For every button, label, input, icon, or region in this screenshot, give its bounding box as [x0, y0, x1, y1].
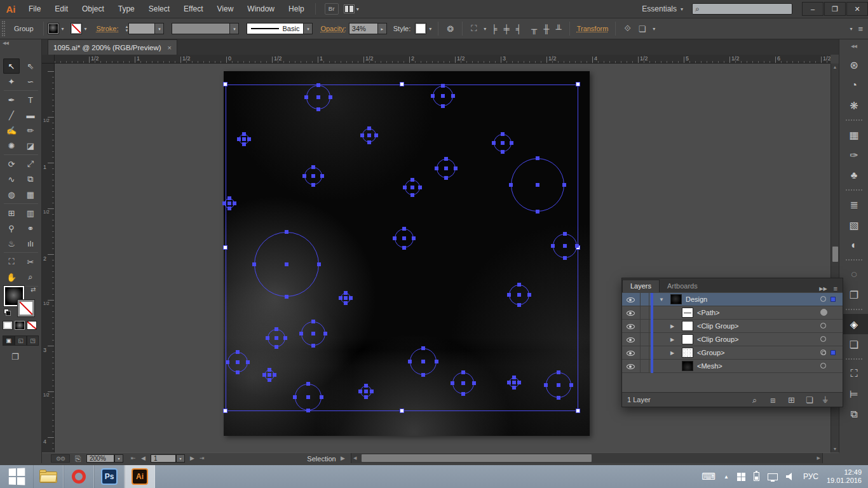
anchor-handle[interactable] — [320, 174, 324, 178]
anchor-handle[interactable] — [544, 383, 548, 387]
layer-thumbnail[interactable] — [682, 334, 693, 344]
anchor-handle[interactable] — [418, 186, 422, 189]
chevron-down-icon[interactable]: ▾ — [60, 25, 66, 33]
anchor-handle[interactable] — [242, 142, 246, 146]
visibility-eye-icon[interactable] — [627, 297, 635, 302]
anchor-handle[interactable] — [563, 244, 567, 248]
anchor-handle[interactable] — [233, 201, 236, 205]
visibility-eye-icon[interactable] — [627, 337, 635, 342]
perspective-grid-tool[interactable]: ▦ — [22, 187, 39, 202]
scroll-up-icon[interactable]: ▲ — [831, 65, 839, 69]
anchor-handle[interactable] — [575, 244, 579, 248]
anchor-handle[interactable] — [316, 107, 320, 111]
isolate-selected-object-button[interactable]: ⟐ — [624, 24, 630, 34]
rotate-tool[interactable]: ⟳ — [3, 156, 20, 172]
first-artboard-button[interactable]: ⇤ — [131, 455, 136, 461]
tab-artboards[interactable]: Artboards — [660, 280, 705, 292]
status-settings-icon[interactable]: ⚙⚙ — [51, 454, 70, 463]
anchor-handle[interactable] — [317, 262, 321, 266]
none-button[interactable] — [27, 321, 37, 330]
anchor-handle[interactable] — [557, 396, 560, 400]
anchor-handle[interactable] — [517, 381, 521, 384]
anchor-handle[interactable] — [227, 207, 231, 210]
width-profile-dropdown[interactable]: ▾ — [230, 23, 239, 34]
circle-object[interactable] — [341, 293, 351, 303]
circle-object[interactable] — [362, 128, 376, 142]
export-share-icon[interactable]: ⎘ — [75, 454, 81, 463]
rectangle-tool[interactable]: ▬ — [22, 107, 39, 123]
circle-object[interactable] — [301, 322, 325, 346]
anchor-handle[interactable] — [311, 344, 315, 348]
anchor-handle[interactable] — [339, 296, 342, 300]
make-clipping-mask-button[interactable]: ⧈ — [770, 395, 775, 405]
eraser-tool[interactable]: ◪ — [22, 138, 39, 153]
hand-tool[interactable]: ✋ — [3, 269, 20, 285]
target-circle-icon[interactable] — [820, 336, 826, 342]
taskbar-opera[interactable] — [64, 465, 94, 488]
action-center-icon[interactable] — [737, 473, 745, 481]
frame-handle[interactable] — [576, 82, 580, 86]
anchor-handle[interactable] — [311, 174, 315, 178]
frame-handle[interactable] — [400, 409, 404, 413]
delete-layer-button[interactable]: ⏚ — [822, 395, 828, 405]
panel-menu-icon[interactable]: ≡ — [834, 285, 837, 292]
screen-mode-button[interactable]: ❐ — [11, 352, 19, 362]
layer-thumbnail[interactable] — [682, 361, 693, 371]
circle-object[interactable] — [546, 372, 571, 398]
anchor-handle[interactable] — [509, 183, 513, 187]
anchor-handle[interactable] — [461, 370, 465, 374]
anchor-handle[interactable] — [441, 94, 445, 98]
anchor-handle[interactable] — [410, 186, 414, 189]
anchor-handle[interactable] — [266, 336, 269, 340]
anchor-handle[interactable] — [410, 193, 414, 197]
horizontal-scrollbar[interactable]: ◀ ▶ — [351, 453, 831, 463]
anchor-handle[interactable] — [412, 236, 416, 240]
anchor-handle[interactable] — [507, 293, 511, 297]
anchor-handle[interactable] — [306, 382, 310, 386]
anchor-handle[interactable] — [285, 230, 288, 234]
disclosure-triangle-icon[interactable]: ▶ — [670, 323, 674, 329]
gradient-button[interactable] — [15, 321, 25, 330]
anchor-handle[interactable] — [236, 360, 240, 364]
circle-object[interactable] — [405, 180, 420, 195]
circle-object[interactable] — [395, 229, 414, 248]
anchor-handle[interactable] — [472, 381, 476, 385]
anchor-handle[interactable] — [247, 137, 251, 141]
visibility-eye-icon[interactable] — [627, 311, 635, 316]
target-circle-icon[interactable] — [820, 296, 826, 302]
blend-tool[interactable]: ⚭ — [22, 220, 39, 236]
collapse-panel-icon[interactable]: ▶▶ — [819, 286, 827, 292]
hidden-icons-chevron[interactable]: ▲ — [724, 474, 729, 480]
blob-brush-tool[interactable]: ✺ — [3, 138, 20, 153]
draw-behind-button[interactable]: ◱ — [15, 336, 27, 346]
anchor-handle[interactable] — [441, 104, 445, 108]
menu-type[interactable]: Type — [111, 0, 142, 18]
selection-tool[interactable]: ↖ — [3, 58, 20, 74]
layers-panel-icon[interactable]: ◈ — [839, 314, 868, 334]
stroke-weight-field[interactable] — [128, 23, 155, 34]
anchor-handle[interactable] — [421, 346, 425, 350]
anchor-handle[interactable] — [435, 360, 438, 363]
menu-help[interactable]: Help — [281, 0, 311, 18]
artboard-tool[interactable]: ⛶ — [3, 254, 20, 269]
menu-select[interactable]: Select — [142, 0, 177, 18]
anchor-handle[interactable] — [569, 383, 573, 387]
selection-color-chip[interactable] — [831, 350, 836, 355]
layer-row[interactable]: ▼Design — [622, 293, 843, 306]
align-horizontal-right-button[interactable]: ╡ — [516, 24, 522, 34]
ruler-origin-corner[interactable] — [42, 55, 55, 64]
scroll-left-icon[interactable]: ◀ — [353, 456, 356, 461]
network-icon[interactable] — [768, 473, 778, 480]
anchor-handle[interactable] — [431, 94, 435, 98]
pathfinder-panel[interactable]: ⧉ — [839, 404, 868, 424]
fill-color-swatch[interactable] — [48, 24, 58, 34]
anchor-handle[interactable] — [236, 370, 240, 374]
previous-artboard-button[interactable]: ◀ — [141, 455, 146, 461]
eyedropper-tool[interactable]: ⚲ — [3, 220, 20, 236]
circle-object[interactable] — [553, 234, 577, 258]
anchor-handle[interactable] — [402, 236, 406, 240]
brushes-panel[interactable]: ✑ — [839, 145, 868, 165]
anchor-handle[interactable] — [344, 301, 348, 305]
visibility-eye-icon[interactable] — [627, 324, 635, 329]
anchor-handle[interactable] — [349, 296, 353, 300]
